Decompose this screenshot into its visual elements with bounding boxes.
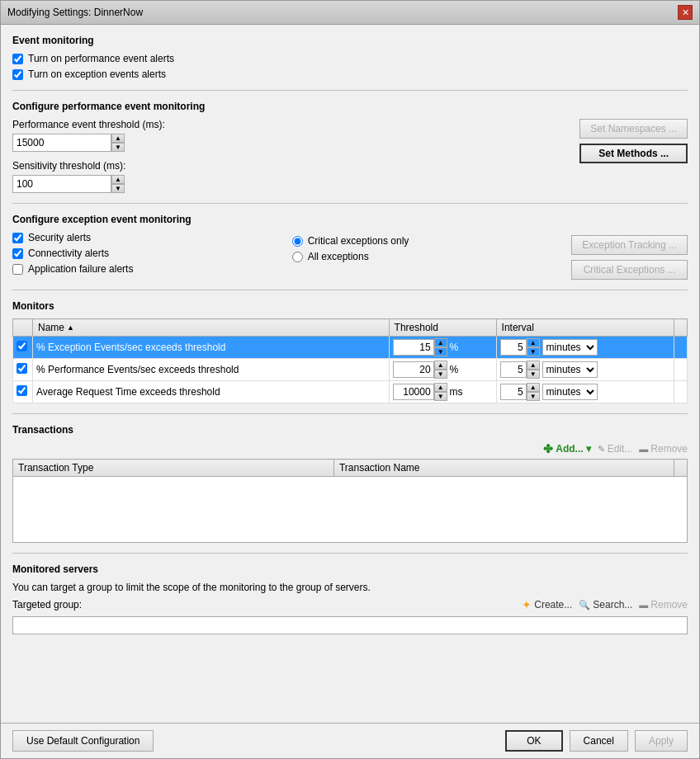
row1-name-cell: % Exception Events/sec exceeds threshold — [33, 337, 390, 359]
main-window: Modifying Settings: DinnerNow ✕ Event mo… — [0, 0, 700, 759]
row2-threshold-unit: % — [450, 364, 459, 375]
monitors-threshold-col[interactable]: Threshold — [389, 319, 496, 337]
security-alerts-row: Security alerts — [12, 232, 284, 243]
connectivity-alerts-row: Connectivity alerts — [12, 248, 284, 259]
title-bar: Modifying Settings: DinnerNow ✕ — [1, 1, 699, 25]
monitors-interval-col[interactable]: Interval — [496, 319, 674, 337]
perf-monitoring-section: Configure performance event monitoring P… — [12, 101, 688, 193]
ok-button[interactable]: OK — [505, 730, 562, 752]
sensitivity-input[interactable]: 100 — [12, 175, 111, 193]
row3-threshold-up[interactable]: ▲ — [434, 383, 447, 392]
servers-remove-button[interactable]: ▬ Remove — [639, 599, 688, 610]
divider-2 — [12, 203, 688, 204]
threshold-down-btn[interactable]: ▼ — [111, 143, 125, 152]
use-default-button[interactable]: Use Default Configuration — [12, 730, 154, 752]
exception-tracking-button[interactable]: Exception Tracking ... — [571, 235, 688, 255]
row3-threshold-down[interactable]: ▼ — [434, 392, 447, 401]
threshold-up-btn[interactable]: ▲ — [111, 134, 125, 143]
event-monitoring-title: Event monitoring — [12, 35, 688, 46]
exception-alerts-row: Turn on exception events alerts — [12, 68, 688, 80]
row3-threshold-input[interactable] — [393, 384, 434, 400]
row2-threshold-down[interactable]: ▼ — [434, 370, 447, 379]
row3-check-cell[interactable] — [13, 381, 33, 403]
row3-checkbox[interactable] — [17, 385, 27, 396]
row1-check-cell[interactable] — [13, 337, 33, 359]
critical-exceptions-radio[interactable] — [292, 236, 303, 247]
transactions-empty-cell — [13, 477, 674, 543]
critical-exceptions-button[interactable]: Critical Exceptions ... — [571, 260, 688, 280]
targeted-group-input[interactable] — [12, 616, 688, 634]
monitors-table: Name ▲ Threshold Interval % Exception Ev… — [12, 318, 688, 403]
create-button[interactable]: ✦ Create... — [522, 598, 572, 611]
close-button[interactable]: ✕ — [678, 5, 693, 20]
row2-threshold-up[interactable]: ▲ — [434, 361, 447, 370]
critical-exceptions-row: Critical exceptions only — [292, 235, 564, 247]
connectivity-alerts-checkbox[interactable] — [12, 248, 23, 259]
row1-interval-down[interactable]: ▼ — [527, 347, 540, 356]
critical-exceptions-label: Critical exceptions only — [308, 235, 409, 247]
row2-check-cell[interactable] — [13, 359, 33, 381]
row1-checkbox[interactable] — [17, 341, 27, 351]
perf-left-col: Performance event threshold (ms): 15000 … — [12, 119, 571, 193]
add-button[interactable]: ✤ Add... ▾ — [543, 442, 590, 455]
perf-fields-layout: Performance event threshold (ms): 15000 … — [12, 119, 688, 193]
search-icon: 🔍 — [579, 600, 590, 610]
cancel-button[interactable]: Cancel — [570, 730, 628, 752]
monitors-scroll-col — [674, 319, 688, 337]
table-row[interactable]: Average Request Time exceeds threshold ▲… — [13, 381, 688, 403]
row3-interval-input[interactable] — [500, 384, 527, 400]
table-row[interactable]: % Exception Events/sec exceeds threshold… — [13, 337, 688, 359]
row2-interval-down[interactable]: ▼ — [527, 370, 540, 379]
row1-threshold-input[interactable] — [393, 339, 434, 356]
transactions-toolbar: ✤ Add... ▾ ✎ Edit... ▬ Remove — [12, 442, 688, 455]
row3-interval-up[interactable]: ▲ — [527, 383, 540, 392]
divider-3 — [12, 290, 688, 290]
monitors-name-col[interactable]: Name ▲ — [33, 319, 390, 337]
monitors-check-col — [13, 319, 33, 337]
row3-threshold-unit: ms — [450, 386, 463, 398]
app-failure-checkbox[interactable] — [12, 264, 23, 275]
exception-layout: Security alerts Connectivity alerts Appl… — [12, 232, 688, 280]
remove-button[interactable]: ▬ Remove — [639, 443, 688, 455]
table-row[interactable]: % Performance Events/sec exceeds thresho… — [13, 359, 688, 381]
servers-remove-icon: ▬ — [639, 600, 648, 610]
edit-button[interactable]: ✎ Edit... — [598, 443, 633, 455]
targeted-group-label: Targeted group: — [12, 599, 82, 610]
trans-name-col[interactable]: Transaction Name — [333, 460, 674, 477]
row2-interval-up[interactable]: ▲ — [527, 361, 540, 370]
row2-threshold-input[interactable] — [393, 361, 434, 378]
trans-type-col[interactable]: Transaction Type — [13, 460, 334, 477]
security-alerts-checkbox[interactable] — [12, 233, 23, 243]
row1-threshold-down[interactable]: ▼ — [434, 347, 447, 356]
sensitivity-down-btn[interactable]: ▼ — [111, 184, 125, 193]
row2-interval-input[interactable] — [500, 361, 527, 378]
set-methods-button[interactable]: Set Methods ... — [579, 144, 688, 163]
perf-alerts-label: Turn on performance event alerts — [28, 53, 174, 64]
row2-interval-select[interactable]: minutes seconds hours — [542, 361, 598, 378]
row2-threshold-spinner: ▲ ▼ — [434, 361, 447, 379]
bottom-right: OK Cancel Apply — [505, 730, 688, 752]
content-area: Event monitoring Turn on performance eve… — [1, 25, 699, 723]
search-button[interactable]: 🔍 Search... — [579, 599, 632, 610]
sensitivity-spinner: 100 ▲ ▼ — [12, 175, 571, 193]
row1-interval-up[interactable]: ▲ — [527, 338, 540, 347]
create-icon: ✦ — [522, 598, 532, 611]
row1-interval-cell: ▲ ▼ minutes seconds hours — [496, 337, 674, 359]
row1-threshold-up[interactable]: ▲ — [434, 338, 447, 347]
row3-interval-select[interactable]: minutes seconds hours — [542, 384, 598, 400]
row1-interval-input[interactable] — [500, 339, 527, 356]
row3-scroll-cell — [674, 381, 688, 403]
divider-5 — [12, 553, 688, 554]
row2-checkbox[interactable] — [17, 363, 27, 374]
threshold-input[interactable]: 15000 — [12, 134, 111, 152]
perf-alerts-checkbox[interactable] — [12, 54, 23, 64]
apply-button[interactable]: Apply — [635, 730, 688, 752]
all-exceptions-radio[interactable] — [292, 252, 303, 262]
row2-name-cell: % Performance Events/sec exceeds thresho… — [33, 359, 390, 381]
set-namespaces-button[interactable]: Set Namespaces ... — [579, 119, 688, 139]
trans-scroll-col — [674, 460, 688, 477]
sensitivity-up-btn[interactable]: ▲ — [111, 175, 125, 184]
exception-alerts-checkbox[interactable] — [12, 69, 23, 80]
row3-interval-down[interactable]: ▼ — [527, 392, 540, 401]
row1-interval-select[interactable]: minutes seconds hours — [542, 339, 598, 356]
